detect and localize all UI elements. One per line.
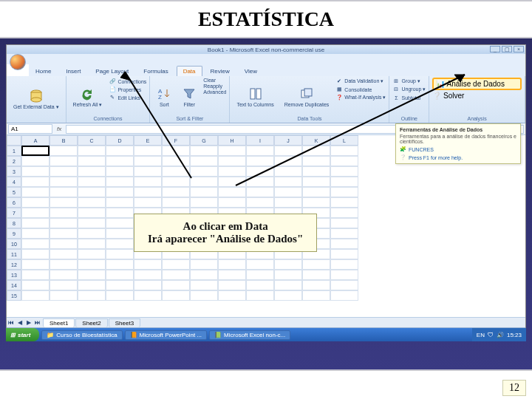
cell[interactable]	[50, 166, 78, 177]
cell[interactable]	[106, 239, 134, 249]
cell[interactable]	[134, 187, 162, 197]
cell[interactable]	[21, 187, 50, 197]
tray-icon[interactable]: 🛡	[488, 332, 494, 338]
cell[interactable]	[106, 280, 134, 290]
cell[interactable]	[21, 290, 50, 301]
cell[interactable]	[78, 259, 106, 270]
cell[interactable]	[190, 280, 218, 290]
cell[interactable]	[246, 259, 274, 270]
sheet-nav[interactable]: ⏮◀▶⏭	[7, 319, 42, 326]
cell[interactable]	[78, 208, 106, 218]
cell[interactable]	[134, 197, 162, 208]
cell[interactable]	[134, 259, 162, 270]
cell[interactable]	[134, 270, 162, 280]
cell[interactable]	[274, 197, 302, 208]
cell[interactable]	[78, 280, 106, 290]
cell[interactable]	[78, 166, 106, 177]
cell[interactable]	[162, 290, 190, 301]
cell[interactable]	[78, 146, 106, 156]
cell[interactable]	[78, 239, 106, 249]
start-button[interactable]: ⊞ start	[6, 328, 39, 341]
cell[interactable]	[78, 249, 106, 259]
tray-volume-icon[interactable]: 🔊	[497, 332, 504, 338]
row-header[interactable]: 13	[7, 270, 21, 280]
cell[interactable]	[330, 239, 358, 249]
tab-insert[interactable]: Insert	[59, 66, 87, 76]
cell[interactable]	[134, 290, 162, 301]
cell[interactable]	[21, 166, 50, 177]
row-header[interactable]: 1	[7, 146, 21, 156]
close-button[interactable]: ×	[514, 46, 524, 52]
cell[interactable]	[274, 270, 302, 280]
fx-label[interactable]: fx	[57, 126, 61, 132]
cell[interactable]	[50, 259, 78, 270]
cell[interactable]	[50, 177, 78, 187]
cell[interactable]	[246, 197, 274, 208]
cell[interactable]	[302, 259, 330, 270]
cell[interactable]	[50, 228, 78, 239]
cell[interactable]	[162, 259, 190, 270]
row-header[interactable]: 2	[7, 156, 21, 166]
cell[interactable]	[190, 197, 218, 208]
maximize-button[interactable]: ▢	[502, 46, 512, 52]
cell[interactable]	[21, 280, 50, 290]
cell[interactable]	[50, 290, 78, 301]
cell[interactable]	[190, 290, 218, 301]
cell[interactable]	[330, 208, 358, 218]
cell[interactable]	[50, 146, 78, 156]
cell[interactable]	[330, 249, 358, 259]
cell[interactable]	[218, 259, 246, 270]
cell[interactable]	[330, 259, 358, 270]
cell[interactable]	[302, 197, 330, 208]
cell[interactable]	[190, 270, 218, 280]
row-header[interactable]: 9	[7, 228, 21, 239]
cell[interactable]	[162, 197, 190, 208]
row-header[interactable]: 14	[7, 280, 21, 290]
cell[interactable]	[78, 228, 106, 239]
cell[interactable]	[106, 218, 134, 228]
row-header[interactable]: 15	[7, 290, 21, 301]
cell[interactable]	[21, 270, 50, 280]
cell[interactable]	[78, 156, 106, 166]
cell[interactable]	[21, 228, 50, 239]
cell[interactable]	[106, 187, 134, 197]
row-header[interactable]: 6	[7, 197, 21, 208]
cell[interactable]	[218, 290, 246, 301]
row-header[interactable]: 10	[7, 239, 21, 249]
sheet-tab-1[interactable]: Sheet1	[43, 318, 75, 327]
cell[interactable]	[302, 290, 330, 301]
cell[interactable]	[21, 249, 50, 259]
cell[interactable]	[162, 187, 190, 197]
cell[interactable]	[106, 290, 134, 301]
cell[interactable]	[274, 290, 302, 301]
cell[interactable]	[246, 290, 274, 301]
cell[interactable]	[50, 156, 78, 166]
cell[interactable]	[330, 280, 358, 290]
cell[interactable]	[78, 197, 106, 208]
cell[interactable]	[78, 177, 106, 187]
cell[interactable]	[50, 197, 78, 208]
cell[interactable]	[302, 270, 330, 280]
cell[interactable]	[50, 280, 78, 290]
cell[interactable]	[78, 270, 106, 280]
cell[interactable]	[21, 259, 50, 270]
cell[interactable]	[246, 270, 274, 280]
cell[interactable]	[50, 270, 78, 280]
column-header[interactable]: A	[21, 135, 50, 146]
cell[interactable]	[106, 228, 134, 239]
cell[interactable]	[21, 177, 50, 187]
taskbar-item-3[interactable]: 📗Microsoft Excel non-c...	[209, 330, 290, 340]
cell[interactable]	[78, 187, 106, 197]
row-header[interactable]: 5	[7, 187, 21, 197]
row-header[interactable]: 8	[7, 218, 21, 228]
cell[interactable]	[274, 280, 302, 290]
minimize-button[interactable]: _	[490, 46, 500, 52]
cell[interactable]	[190, 187, 218, 197]
row-header[interactable]: 3	[7, 166, 21, 177]
cell[interactable]	[330, 197, 358, 208]
tab-home[interactable]: Home	[29, 66, 58, 76]
system-tray[interactable]: EN 🛡 🔊 15:23	[472, 328, 526, 341]
cell[interactable]	[50, 208, 78, 218]
cell[interactable]	[78, 218, 106, 228]
cell[interactable]	[274, 259, 302, 270]
